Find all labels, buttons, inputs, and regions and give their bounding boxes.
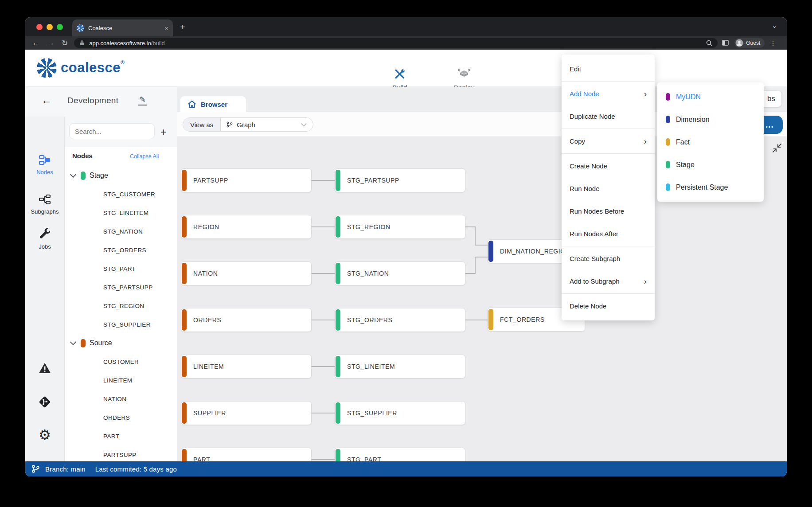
warnings-button[interactable] (25, 363, 64, 376)
menu-item-add-to-subgraph[interactable]: Add to Subgraph› (562, 270, 655, 292)
graph-node-label: REGION (193, 223, 219, 230)
profile-button[interactable]: Guest (734, 38, 765, 48)
fit-view-icon[interactable] (772, 143, 782, 153)
forward-icon[interactable]: → (47, 39, 55, 47)
node-type-chip (666, 138, 670, 146)
tree-item[interactable]: STG_LINEITEM (65, 203, 177, 222)
tab-close-icon[interactable]: × (164, 24, 168, 32)
new-tab-button[interactable]: + (180, 22, 185, 32)
tree-item[interactable]: STG_ORDERS (65, 241, 177, 259)
graph-node[interactable]: STG_PART (335, 448, 465, 461)
menu-item-edit[interactable]: Edit (562, 58, 655, 80)
menu-item-label: Add Node (570, 90, 599, 98)
tree-group-stage[interactable]: Stage (65, 166, 177, 185)
workspace-header: ← Development ✎ (25, 87, 177, 117)
browser-tab-coalesce[interactable]: Coalesce × (72, 20, 173, 36)
reload-icon[interactable]: ↻ (62, 39, 68, 48)
tree-item[interactable]: STG_CUSTOMER (65, 185, 177, 203)
url-bar[interactable]: app.coalescesoftware.io/build (74, 38, 718, 48)
graph-node[interactable]: ORDERS (181, 308, 312, 332)
graph-node[interactable]: STG_PARTSUPP (335, 168, 465, 192)
tree-item[interactable]: STG_SUPPLIER (65, 315, 177, 334)
view-mode-select[interactable]: Graph (221, 118, 313, 131)
menu-item-duplicate-node[interactable]: Duplicate Node (562, 105, 655, 128)
git-button[interactable] (25, 395, 64, 411)
browser-window: Coalesce × + ⌄ ← → ↻ app.coalescesoftwar… (25, 17, 787, 476)
tree-item[interactable]: PART (65, 427, 177, 445)
add-node-plus-button[interactable]: + (160, 126, 166, 138)
graph-node[interactable]: STG_ORDERS (335, 308, 465, 332)
menu-item-create-subgraph[interactable]: Create Subgraph (562, 247, 655, 270)
menu-item-add-node[interactable]: Add Node› (562, 82, 655, 105)
submenu-item-myudn[interactable]: MyUDN (657, 86, 764, 108)
chevron-right-icon: › (644, 89, 647, 99)
node-type-bar (182, 216, 187, 238)
graph-node[interactable]: SUPPLIER (181, 401, 312, 425)
tab-search-chevron-icon[interactable]: ⌄ (772, 22, 777, 30)
menu-divider (562, 246, 655, 246)
tree-item[interactable]: CUSTOMER (65, 352, 177, 371)
tree-item[interactable]: STG_NATION (65, 222, 177, 241)
profile-label: Guest (746, 40, 760, 46)
tree-group-source[interactable]: Source (65, 334, 177, 352)
workspace-title: Development (67, 96, 118, 105)
sidebar-item-subgraphs[interactable]: Subgraphs (25, 194, 64, 215)
chevron-down-icon (301, 121, 307, 127)
edit-workspace-icon[interactable]: ✎ (138, 95, 147, 105)
back-arrow-icon[interactable]: ← (41, 94, 52, 106)
menu-item-run-node[interactable]: Run Node (562, 177, 655, 200)
graph-node[interactable]: PART (181, 448, 312, 461)
view-as-control[interactable]: View as Graph (183, 117, 313, 132)
tree-item[interactable]: STG_PARTSUPP (65, 278, 177, 296)
graph-node[interactable]: STG_LINEITEM (335, 355, 465, 378)
chevron-right-icon: › (644, 277, 647, 286)
chrome-menu-icon[interactable]: ⋮ (770, 42, 773, 44)
graph-node[interactable]: LINEITEM (181, 355, 312, 378)
tab-browser[interactable]: Browser (180, 96, 246, 112)
graph-node[interactable]: REGION (181, 215, 312, 239)
graph-node[interactable]: PARTSUPP (181, 168, 312, 192)
url-host: app.coalescesoftware.io (89, 40, 151, 47)
close-window-button[interactable] (36, 24, 43, 30)
tab-title: Coalesce (88, 25, 164, 31)
node-type-chip (666, 183, 670, 191)
tree-item[interactable]: LINEITEM (65, 371, 177, 390)
tree-item[interactable]: STG_REGION (65, 296, 177, 315)
minimize-window-button[interactable] (47, 24, 53, 30)
node-type-chip (666, 93, 670, 101)
submenu-item-persistent-stage[interactable]: Persistent Stage (657, 176, 764, 199)
submenu-item-stage[interactable]: Stage (657, 153, 764, 176)
deploy-icon (458, 68, 470, 80)
menu-item-create-node[interactable]: Create Node (562, 155, 655, 177)
node-type-chip (81, 172, 86, 180)
menu-item-copy[interactable]: Copy› (562, 130, 655, 152)
node-type-bar (182, 356, 187, 377)
menu-item-delete-node[interactable]: Delete Node (562, 295, 655, 317)
subgraphs-icon (39, 194, 51, 205)
collapse-all-link[interactable]: Collapse All (130, 153, 159, 160)
back-icon[interactable]: ← (32, 39, 40, 47)
menu-item-run-nodes-before[interactable]: Run Nodes Before (562, 200, 655, 222)
zoom-page-icon[interactable] (706, 39, 713, 47)
settings-button[interactable]: ⚙ (25, 427, 64, 443)
tree-item[interactable]: NATION (65, 390, 177, 408)
graph-node[interactable]: STG_SUPPLIER (335, 401, 465, 425)
submenu-item-fact[interactable]: Fact (657, 131, 764, 153)
zoom-window-button[interactable] (57, 24, 63, 30)
sidebar-item-jobs[interactable]: Jobs (25, 228, 64, 250)
graph-node[interactable]: NATION (181, 261, 312, 285)
tree-item[interactable]: STG_PART (65, 259, 177, 278)
sidebar-item-nodes[interactable]: Nodes (25, 155, 64, 176)
graph-node-label: STG_NATION (347, 270, 389, 277)
node-type-bar (182, 263, 187, 284)
tree-group-label: Source (90, 339, 112, 347)
tree-item[interactable]: ORDERS (65, 408, 177, 427)
graph-node[interactable]: STG_NATION (335, 261, 465, 285)
submenu-item-dimension[interactable]: Dimension (657, 108, 764, 131)
side-panel-icon[interactable] (722, 40, 729, 46)
menu-item-run-nodes-after[interactable]: Run Nodes After (562, 222, 655, 245)
graph-node[interactable]: STG_REGION (335, 215, 465, 239)
search-box[interactable] (69, 123, 155, 139)
search-input[interactable] (75, 128, 149, 135)
node-type-bar (336, 263, 340, 284)
